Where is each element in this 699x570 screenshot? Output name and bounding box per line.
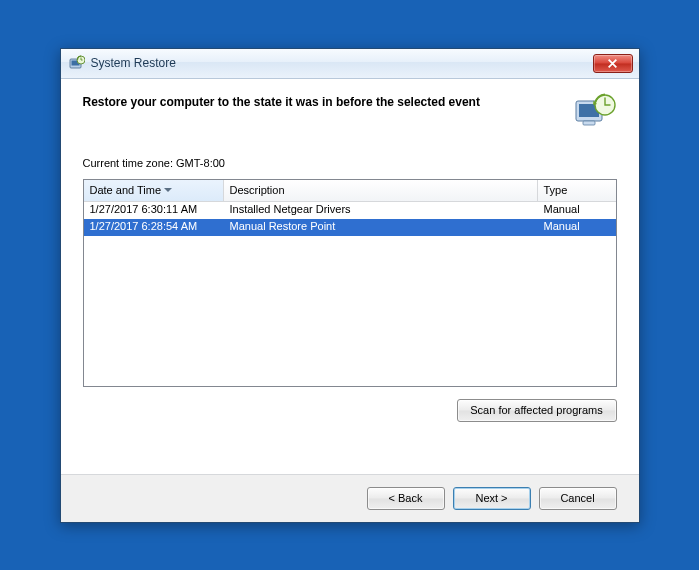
cell-date: 1/27/2017 6:30:11 AM — [84, 202, 224, 219]
column-header-type-label: Type — [544, 184, 568, 196]
column-header-description[interactable]: Description — [224, 180, 538, 201]
close-button[interactable] — [593, 54, 633, 73]
scan-affected-programs-button[interactable]: Scan for affected programs — [457, 399, 617, 422]
system-restore-window: System Restore Restore your computer to … — [60, 48, 640, 523]
next-button[interactable]: Next > — [453, 487, 531, 510]
wizard-footer: < Back Next > Cancel — [61, 474, 639, 522]
column-header-type[interactable]: Type — [538, 180, 616, 201]
svg-rect-6 — [583, 121, 595, 125]
titlebar: System Restore — [61, 49, 639, 79]
column-header-date[interactable]: Date and Time — [84, 180, 224, 201]
column-header-date-label: Date and Time — [90, 184, 162, 196]
restore-computer-icon — [573, 93, 617, 129]
table-header-row: Date and Time Description Type — [84, 180, 616, 202]
cancel-button[interactable]: Cancel — [539, 487, 617, 510]
content-area: Restore your computer to the state it wa… — [61, 79, 639, 474]
cell-description: Manual Restore Point — [224, 219, 538, 236]
cell-description: Installed Netgear Drivers — [224, 202, 538, 219]
table-actions: Scan for affected programs — [83, 399, 617, 432]
timezone-label: Current time zone: GMT-8:00 — [83, 157, 617, 169]
window-title: System Restore — [91, 56, 593, 70]
cell-type: Manual — [538, 219, 616, 236]
system-restore-icon — [69, 55, 85, 71]
page-heading: Restore your computer to the state it wa… — [83, 93, 559, 109]
cell-type: Manual — [538, 202, 616, 219]
table-row[interactable]: 1/27/2017 6:28:54 AMManual Restore Point… — [84, 219, 616, 236]
cell-date: 1/27/2017 6:28:54 AM — [84, 219, 224, 236]
restore-points-table: Date and Time Description Type 1/27/2017… — [83, 179, 617, 387]
column-header-description-label: Description — [230, 184, 285, 196]
close-icon — [607, 58, 618, 69]
sort-descending-icon — [164, 188, 172, 192]
back-button[interactable]: < Back — [367, 487, 445, 510]
page-header: Restore your computer to the state it wa… — [83, 93, 617, 157]
table-body[interactable]: 1/27/2017 6:30:11 AMInstalled Netgear Dr… — [84, 202, 616, 386]
table-row[interactable]: 1/27/2017 6:30:11 AMInstalled Netgear Dr… — [84, 202, 616, 219]
